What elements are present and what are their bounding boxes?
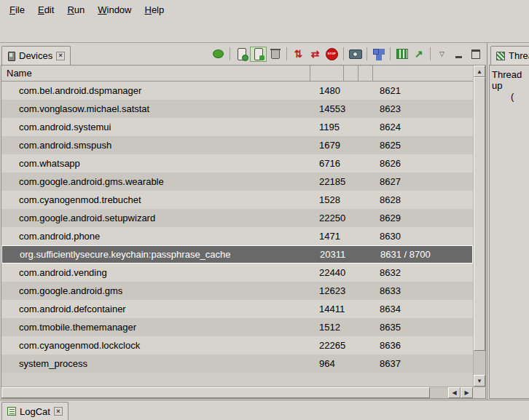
process-row[interactable]: system_process9648637 [1, 354, 473, 373]
process-row[interactable]: com.bel.android.dspmanager14808621 [1, 82, 473, 100]
process-pid: 22440 [310, 267, 344, 278]
view-menu-icon[interactable] [434, 47, 450, 62]
ddms-window: FileEditRunWindowHelp Devices Name [0, 0, 529, 420]
process-row[interactable]: com.whatsapp67168626 [1, 154, 473, 173]
systrace-icon[interactable] [393, 47, 410, 62]
column-header-spacer1[interactable] [344, 66, 358, 81]
process-pid: 14411 [310, 304, 344, 314]
column-header-port[interactable] [373, 66, 473, 81]
close-icon[interactable] [56, 52, 65, 60]
process-port: 8629 [373, 213, 473, 223]
process-row[interactable]: com.google.android.gms126238633 [1, 282, 473, 300]
menu-window[interactable]: Window [91, 1, 138, 18]
maximize-icon[interactable] [467, 47, 484, 62]
process-pid: 22265 [310, 340, 344, 351]
threads-tab-icon [496, 52, 505, 60]
process-name: com.google.android.gms.wearable [1, 176, 310, 187]
menu-bar: FileEditRunWindowHelp [0, 0, 529, 19]
update-threads-icon[interactable] [290, 47, 307, 62]
process-row[interactable]: com.android.systemui11958624 [1, 118, 473, 136]
menu-run[interactable]: Run [60, 1, 91, 18]
process-name: system_process [1, 358, 310, 369]
process-row[interactable]: com.android.defcontainer144118634 [1, 300, 473, 318]
process-port: 8634 [373, 304, 473, 314]
process-port: 8625 [373, 140, 473, 151]
vertical-scroll-thumb[interactable] [474, 77, 485, 351]
column-header-name[interactable]: Name [1, 66, 310, 81]
scroll-down-icon[interactable]: ▼ [474, 375, 485, 387]
toolbar-separator [430, 47, 431, 60]
toolbar-separator [343, 47, 344, 60]
scroll-right-icon[interactable]: ▶ [461, 387, 473, 398]
stop-process-icon[interactable] [324, 47, 340, 62]
process-name: com.android.systemui [1, 122, 310, 132]
process-row[interactable]: com.android.phone14718630 [1, 227, 473, 245]
threads-tab-label: Threads [509, 50, 529, 61]
process-pid: 1528 [310, 194, 344, 205]
tracker-icon[interactable] [410, 47, 427, 62]
tab-logcat[interactable]: LogCat [1, 402, 68, 420]
toolbar-separator [367, 47, 367, 60]
process-name: com.google.android.gms [1, 285, 310, 296]
process-pid: 1512 [310, 322, 344, 333]
process-row[interactable]: com.android.smspush16798625 [1, 136, 473, 154]
scroll-up-icon[interactable]: ▲ [474, 66, 485, 77]
horizontal-scrollbar[interactable]: ◀ ▶ [1, 387, 485, 398]
process-name: com.android.defcontainer [1, 304, 310, 314]
process-row[interactable]: com.tmobile.thememanager15128635 [1, 318, 473, 336]
devices-toolbar [210, 43, 487, 65]
update-heap-icon[interactable] [233, 47, 250, 62]
process-pid: 1480 [310, 85, 344, 96]
toolbar-separator [230, 47, 230, 60]
process-row[interactable]: com.google.android.setupwizard222508629 [1, 209, 473, 227]
process-row[interactable]: com.cyanogenmod.lockclock222658636 [1, 336, 473, 354]
vertical-scrollbar[interactable]: ▲ ▼ [473, 66, 485, 387]
process-row[interactable]: org.sufficientlysecure.keychain:passphra… [1, 245, 473, 264]
process-pid: 1195 [310, 122, 344, 132]
process-table-main: Name com.bel.android.dspmanager14808621c… [1, 66, 473, 387]
devices-tabbar: Devices [0, 43, 487, 65]
debug-process-icon[interactable] [210, 47, 227, 62]
scroll-left-icon[interactable]: ◀ [448, 387, 461, 398]
logcat-tab-label: LogCat [20, 406, 50, 417]
process-name: com.android.smspush [1, 140, 310, 151]
screen-capture-icon[interactable] [347, 47, 364, 62]
table-header: Name [1, 66, 473, 82]
process-pid: 964 [310, 358, 344, 369]
horizontal-scroll-track[interactable] [1, 387, 448, 398]
method-profiling-icon[interactable] [307, 47, 324, 62]
view-hierarchy-icon[interactable] [370, 47, 387, 62]
tab-devices[interactable]: Devices [1, 46, 71, 65]
menu-edit[interactable]: Edit [31, 1, 60, 18]
vertical-scroll-track[interactable] [474, 77, 485, 375]
devices-content: Name com.bel.android.dspmanager14808621c… [1, 65, 486, 399]
logcat-tab-icon [7, 407, 16, 416]
threads-message-line2: ( [492, 91, 527, 102]
cause-gc-icon[interactable] [267, 47, 283, 62]
column-header-spacer2[interactable] [358, 66, 373, 81]
menu-help[interactable]: Help [138, 1, 171, 18]
scrollbar-corner [473, 387, 485, 398]
minimize-icon[interactable] [450, 47, 467, 62]
process-port: 8623 [373, 103, 473, 114]
menu-file[interactable]: File [3, 1, 31, 18]
process-port: 8630 [373, 231, 473, 242]
horizontal-scroll-thumb[interactable] [1, 387, 430, 398]
process-row[interactable]: com.google.android.gms.wearable221858627 [1, 173, 473, 191]
column-header-pid[interactable] [310, 66, 344, 81]
process-table: Name com.bel.android.dspmanager14808621c… [1, 66, 485, 387]
devices-panel: Devices Name com.bel.and [0, 43, 487, 400]
process-row[interactable]: com.cyanogenmod.trebuchet15288628 [1, 191, 473, 209]
toolbar-strip [0, 19, 529, 43]
process-row[interactable]: com.vonglasow.michael.satstat145538623 [1, 100, 473, 118]
process-port: 8633 [373, 285, 473, 296]
process-row[interactable]: com.android.vending224408632 [1, 264, 473, 282]
process-port: 8636 [373, 340, 473, 351]
dump-hprof-icon[interactable] [250, 47, 267, 62]
close-icon[interactable] [54, 407, 63, 416]
process-port: 8628 [373, 194, 473, 205]
process-port: 8632 [373, 267, 473, 278]
process-port: 8626 [373, 158, 473, 169]
process-name: com.android.phone [1, 231, 310, 242]
tab-threads[interactable]: Threads [490, 46, 529, 65]
